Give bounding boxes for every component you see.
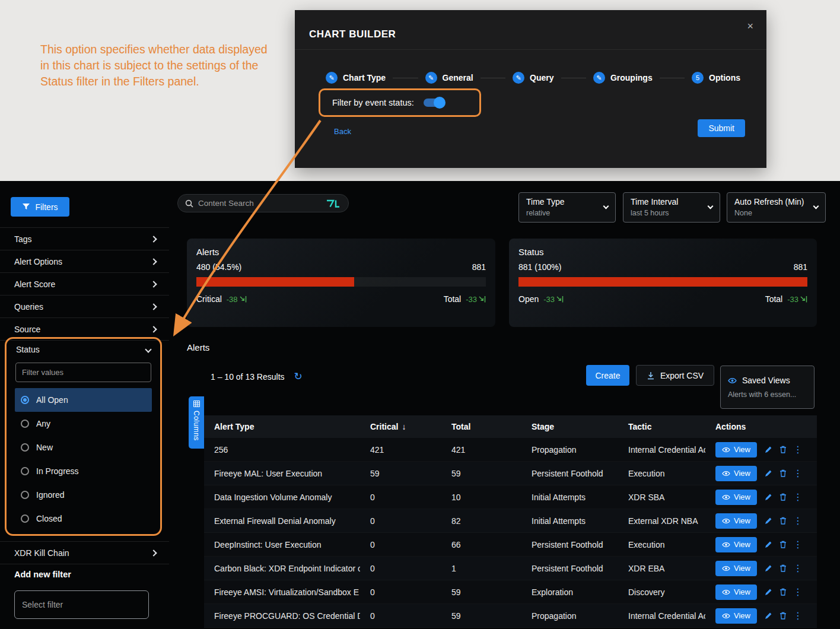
select-filter-input[interactable] [14,590,149,619]
progress-bar-fill [196,277,354,287]
edit-icon[interactable] [765,517,772,525]
edit-icon[interactable] [765,494,772,501]
status-option-all-open[interactable]: All Open [15,388,152,412]
delete-icon[interactable] [779,612,787,620]
export-csv-button[interactable]: Export CSV [636,365,714,386]
col-stage[interactable]: Stage [521,422,618,431]
back-link[interactable]: Back [334,127,351,136]
filters-button[interactable]: Filters [11,197,69,217]
edit-icon[interactable] [765,589,772,596]
view-button[interactable]: View [715,490,757,505]
cell-actions: View ⋮ [705,584,817,600]
event-status-toggle[interactable] [424,99,444,107]
table-row: Fireeye AMSI: Virtualization/Sandbox E 0… [204,580,817,604]
annotation-text: This option specifies whether data displ… [40,42,273,90]
view-button[interactable]: View [715,442,757,458]
filter-values-input[interactable] [15,363,151,382]
auto-refresh-dropdown[interactable]: Auto Refresh (Min) None [727,192,826,223]
cell-alert-type: Fireeye MAL: User Execution [204,469,360,478]
more-options-icon[interactable]: ⋮ [793,563,803,574]
search-input[interactable] [198,199,321,208]
brand-icon [326,199,341,208]
edit-icon[interactable] [765,446,772,453]
view-button[interactable]: View [715,513,757,529]
radio-icon [21,467,29,475]
step-options[interactable]: 5 Options [692,72,740,84]
cell-actions: View ⋮ [705,442,817,458]
col-alert-type[interactable]: Alert Type [204,422,360,431]
sidebar-item-alert-options[interactable]: Alert Options [0,250,169,273]
edit-icon[interactable] [765,612,772,620]
edit-icon[interactable] [765,565,772,572]
table-row: Fireeye MAL: User Execution 59 59 Persis… [204,462,817,485]
saved-views-button[interactable]: Saved Views Alerts with 6 essen... [720,366,814,409]
sidebar-item-queries[interactable]: Queries [0,296,169,318]
more-options-icon[interactable]: ⋮ [793,515,803,526]
edit-icon[interactable] [765,541,772,548]
edit-icon[interactable] [765,470,772,477]
create-button[interactable]: Create [586,365,629,386]
funnel-icon [22,203,30,211]
view-button[interactable]: View [715,608,757,624]
cell-critical: 0 [360,587,441,597]
more-options-icon[interactable]: ⋮ [793,539,803,550]
progress-bar [196,277,486,287]
delete-icon[interactable] [779,588,787,596]
status-option-in-progress[interactable]: In Progress [15,459,152,483]
col-total[interactable]: Total [441,422,521,431]
submit-button[interactable]: Submit [698,119,745,137]
step-chart-type[interactable]: ✎ Chart Type [326,72,386,84]
chevron-down-icon [145,346,151,352]
delete-icon[interactable] [779,517,787,525]
filter-nav-bottom: XDR Kill Chain [0,541,169,564]
delete-icon[interactable] [779,469,787,477]
eye-icon [722,447,730,453]
delete-icon[interactable] [779,493,787,501]
card-right-value: 881 [472,262,486,272]
delete-icon[interactable] [779,446,787,453]
view-button[interactable]: View [715,537,757,552]
cell-total: 82 [441,516,521,526]
step-groupings[interactable]: ✎ Groupings [593,72,653,84]
sidebar-item-xdr-kill-chain[interactable]: XDR Kill Chain [0,542,169,564]
more-options-icon[interactable]: ⋮ [793,491,803,503]
chevron-right-icon [150,303,157,310]
cell-total: 66 [441,540,521,549]
more-options-icon[interactable]: ⋮ [793,610,803,621]
view-button[interactable]: View [715,466,757,481]
sidebar-item-alert-score[interactable]: Alert Score [0,273,169,296]
step-general[interactable]: ✎ General [425,72,473,84]
chevron-right-icon [150,258,157,265]
cell-critical: 421 [360,445,441,455]
step-query[interactable]: ✎ Query [513,72,553,84]
view-button[interactable]: View [715,561,757,576]
sidebar-item-tags[interactable]: Tags [0,228,169,250]
cell-critical: 0 [360,611,441,621]
delete-icon[interactable] [779,541,787,548]
columns-button[interactable]: Columns [189,396,204,449]
time-interval-dropdown[interactable]: Time Interval last 5 hours [623,192,720,223]
delete-icon[interactable] [779,564,787,572]
step-connector [561,78,586,78]
more-options-icon[interactable]: ⋮ [793,468,803,479]
more-options-icon[interactable]: ⋮ [793,586,803,598]
status-option-closed[interactable]: Closed [15,507,152,530]
status-option-ignored[interactable]: Ignored [15,483,152,507]
radio-icon [21,514,29,523]
more-options-icon[interactable]: ⋮ [793,444,803,455]
table-row: Carbon Black: XDR Endpoint Indicator c 0… [204,557,817,580]
status-option-new[interactable]: New [15,436,152,459]
cell-stage: Initial Attempts [521,516,618,526]
status-option-any[interactable]: Any [15,412,152,436]
refresh-icon[interactable]: ↻ [294,371,303,382]
time-type-dropdown[interactable]: Time Type relative [518,192,616,223]
sidebar-item-status[interactable]: Status [7,339,160,360]
table-row: Fireeye PROCGUARD: OS Credential D 0 59 … [204,604,817,628]
col-tactic[interactable]: Tactic [618,422,705,431]
content-search-box [177,194,349,212]
col-critical[interactable]: Critical↓ [360,422,441,431]
col-actions: Actions [705,422,817,431]
close-icon[interactable]: × [747,21,753,31]
view-button[interactable]: View [715,584,757,600]
cell-alert-type: Data Ingestion Volume Anomaly [204,493,360,502]
